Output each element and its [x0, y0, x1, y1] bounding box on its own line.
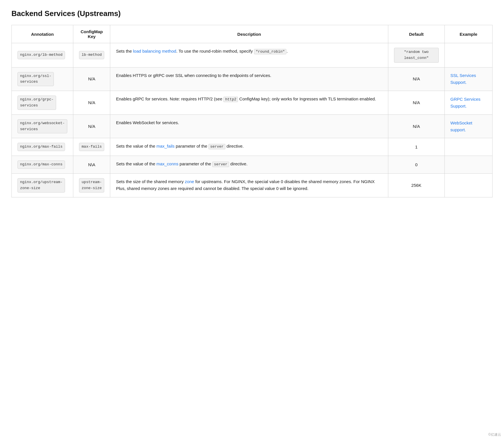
table-row: nginx.org/max-failsmax-failsSets the val… [12, 138, 493, 156]
cell-default: N/A [388, 91, 444, 115]
cell-example [444, 173, 492, 197]
description-link[interactable]: max_conns [156, 161, 178, 166]
example-link[interactable]: SSL Services Support. [450, 72, 487, 86]
annotation-code: nginx.org/max-conns [17, 160, 65, 169]
cell-example: WebSocket support. [444, 114, 492, 138]
cell-annotation: nginx.org/max-fails [12, 138, 73, 156]
cell-configmap-key: lb-method [73, 43, 110, 68]
configmap-code: max-fails [79, 143, 104, 151]
description-link[interactable]: zone [185, 179, 194, 184]
col-header-annotation: Annotation [12, 25, 73, 43]
annotation-code: nginx.org/lb-method [17, 51, 65, 59]
cell-description: Enables WebSocket for services. [110, 114, 388, 138]
annotation-code: nginx.org/websocket- services [17, 119, 67, 134]
configmap-code: lb-method [79, 51, 104, 59]
cell-example [444, 156, 492, 174]
cell-configmap-key: N/A [73, 67, 110, 91]
table-header-row: Annotation ConfigMapKey Description Defa… [12, 25, 493, 43]
cell-default: N/A [388, 114, 444, 138]
col-header-description: Description [110, 25, 388, 43]
col-header-example: Example [444, 25, 492, 43]
table-row: nginx.org/upstream- zone-sizeupstream- z… [12, 173, 493, 197]
annotation-code: nginx.org/upstream- zone-size [17, 178, 65, 193]
table-row: nginx.org/grpc- servicesN/AEnables gRPC … [12, 91, 493, 115]
cell-configmap-key: N\A [73, 156, 110, 174]
example-link[interactable]: WebSocket support. [450, 120, 487, 133]
cell-default: 0 [388, 156, 444, 174]
annotation-code: nginx.org/max-fails [17, 143, 65, 151]
cell-configmap-key: upstream- zone-size [73, 173, 110, 197]
cell-description: Sets the value of the max_fails paramete… [110, 138, 388, 156]
cell-annotation: nginx.org/max-conns [12, 156, 73, 174]
cell-description: Sets the load balancing method. To use t… [110, 43, 388, 68]
annotations-table: Annotation ConfigMapKey Description Defa… [11, 25, 493, 197]
page-title: Backend Services (Upstreams) [11, 9, 493, 18]
annotation-code: nginx.org/grpc- services [17, 96, 56, 110]
cell-example [444, 138, 492, 156]
inline-code: http2 [223, 97, 238, 102]
cell-example [444, 43, 492, 68]
cell-description: Enables gRPC for services. Note: require… [110, 91, 388, 115]
description-link[interactable]: max_fails [156, 144, 174, 148]
col-header-default: Default [388, 25, 444, 43]
cell-annotation: nginx.org/grpc- services [12, 91, 73, 115]
cell-configmap-key: N/A [73, 91, 110, 115]
cell-example: SSL Services Support. [444, 67, 492, 91]
cell-description: Sets the size of the shared memory zone … [110, 173, 388, 197]
cell-example: GRPC Services Support. [444, 91, 492, 115]
cell-default: 1 [388, 138, 444, 156]
cell-configmap-key: N/A [73, 114, 110, 138]
annotation-code: nginx.org/ssl- services [17, 72, 54, 86]
table-row: nginx.org/ssl- servicesN/AEnables HTTPS … [12, 67, 493, 91]
col-header-configmap: ConfigMapKey [73, 25, 110, 43]
table-row: nginx.org/max-connsN\ASets the value of … [12, 156, 493, 174]
default-code: "random two least_conn" [394, 48, 439, 63]
cell-annotation: nginx.org/websocket- services [12, 114, 73, 138]
inline-code: "round_robin" [254, 49, 286, 54]
cell-annotation: nginx.org/upstream- zone-size [12, 173, 73, 197]
cell-description: Sets the value of the max_conns paramete… [110, 156, 388, 174]
inline-code: server [212, 162, 229, 167]
cell-annotation: nginx.org/ssl- services [12, 67, 73, 91]
cell-configmap-key: max-fails [73, 138, 110, 156]
example-link[interactable]: GRPC Services Support. [450, 96, 487, 110]
cell-default: N/A [388, 67, 444, 91]
cell-annotation: nginx.org/lb-method [12, 43, 73, 68]
table-row: nginx.org/lb-methodlb-methodSets the loa… [12, 43, 493, 68]
description-link[interactable]: load balancing method [133, 49, 176, 53]
cell-default: 256K [388, 173, 444, 197]
table-row: nginx.org/websocket- servicesN/AEnables … [12, 114, 493, 138]
cell-description: Enables HTTPS or gRPC over SSL when conn… [110, 67, 388, 91]
cell-default: "random two least_conn" [388, 43, 444, 68]
configmap-code: upstream- zone-size [79, 178, 104, 193]
inline-code: server [208, 144, 225, 149]
